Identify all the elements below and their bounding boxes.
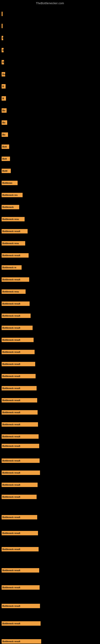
bar-item: Bottleneck resu xyxy=(1,241,25,246)
bar-item: Bottleneck result xyxy=(1,386,37,390)
bar-item: Bottleneck result xyxy=(1,374,36,378)
bar-row: Bottleneck resu xyxy=(1,290,26,294)
bar-item: Bottleneck result xyxy=(1,547,39,552)
bar-row: Bottleneck result xyxy=(1,362,35,366)
bar-row: Bottleneck res xyxy=(1,193,23,197)
bar-item: Bo xyxy=(1,72,5,76)
bar-item xyxy=(1,24,2,28)
bar-row: Bottleneck result xyxy=(1,531,38,535)
bar-row: Bottleneck result xyxy=(1,470,40,475)
bar-item: B xyxy=(1,48,3,52)
bar-row: Bottleneck result xyxy=(1,639,41,644)
bar-row: Bottleneck result xyxy=(1,314,31,318)
bar-row: Bottleneck result xyxy=(1,374,36,378)
bar-item: Bottleneck result xyxy=(1,422,38,427)
bar-item: Bottleneck result xyxy=(1,604,40,608)
bar-item: Bottleneck result xyxy=(1,326,33,330)
bar-row xyxy=(1,12,2,16)
bar-item: Bottleneck result xyxy=(1,458,40,463)
bar-row: Bottleneck result xyxy=(1,547,39,552)
bar-row: Bottleneck result xyxy=(1,621,41,626)
bar-row: Bottleneck result xyxy=(1,482,38,487)
bar-item: Bottleneck result xyxy=(1,470,40,475)
site-title: TheBottlenecker.com xyxy=(0,0,100,6)
bar-item: Bottleneck result xyxy=(1,434,39,439)
bar-row: Bottleneck result xyxy=(1,604,40,608)
bar-item: B xyxy=(1,60,4,64)
bar-row: Bottleneck result xyxy=(1,277,29,282)
bar-item: Bottleneck result xyxy=(1,338,34,342)
bar-row: Bottleneck result xyxy=(1,398,37,402)
bar-item: Bottleneck result xyxy=(1,410,38,414)
chart-container: BBBBoBBBoBoBoBottBottBottlBottlenecBottl… xyxy=(0,6,100,642)
bar-item: Bottleneck result xyxy=(1,515,37,520)
bar-item: Bottleneck result xyxy=(1,253,29,258)
bar-item: Bo xyxy=(1,120,7,125)
bar-item: Bottleneck result xyxy=(1,444,39,448)
bar-item xyxy=(1,12,2,16)
bar-item: B xyxy=(1,36,3,40)
bar-row: Bottleneck result xyxy=(1,350,35,354)
bar-item: Bottleneck result xyxy=(1,362,35,366)
bar-item: Bottleneck result xyxy=(1,531,38,535)
bar-item: Bott xyxy=(1,156,10,161)
bar-item: Bottleneck result xyxy=(1,302,30,306)
bar-row: B xyxy=(1,48,3,52)
bar-item: Bottleneck result xyxy=(1,621,41,626)
bar-item: B xyxy=(1,84,6,88)
bar-item: Bottleneck result xyxy=(1,568,39,572)
bar-item: Bottleneck result xyxy=(1,314,31,318)
bar-row: Bott xyxy=(1,144,9,149)
bar-row: Bottlenec xyxy=(1,181,18,185)
bar-row: Bottleneck result xyxy=(1,434,39,439)
bar-row: Bottleneck result xyxy=(1,458,40,463)
bar-row: Bottleneck xyxy=(1,205,19,209)
bar-row: Bott xyxy=(1,156,10,161)
bar-row: B xyxy=(1,96,6,100)
bar-item: Bott xyxy=(1,144,9,149)
bar-row: Bottleneck result xyxy=(1,568,39,572)
bar-item: Bottleneck result xyxy=(1,495,37,499)
bar-row: Bottleneck result xyxy=(1,444,39,448)
bar-item: Bottleneck result xyxy=(1,277,29,282)
bar-item: Bo xyxy=(1,108,7,113)
bar-row: Bottleneck result xyxy=(1,326,33,330)
bar-row: Bottleneck result xyxy=(1,515,37,520)
bar-row: Bottl xyxy=(1,169,11,173)
bar-row: B xyxy=(1,60,4,64)
bar-row: Bottleneck result xyxy=(1,585,40,590)
bar-row: Bottleneck result xyxy=(1,495,37,499)
bar-item: Bottleneck result xyxy=(1,639,41,644)
bar-item: Bottleneck resu xyxy=(1,217,25,222)
bar-item: Bottlenec xyxy=(1,181,18,185)
bar-item: Bottleneck result xyxy=(1,350,35,354)
bar-row: Bottleneck result xyxy=(1,302,30,306)
bar-row: Bottleneck result xyxy=(1,410,38,414)
bar-item: Bottleneck re xyxy=(1,265,22,270)
bar-row: B xyxy=(1,84,6,88)
bar-item: Bottleneck result xyxy=(1,398,37,402)
bar-item: Bottleneck result xyxy=(1,482,38,487)
bar-row: Bottleneck result xyxy=(1,253,29,258)
bar-row: Bottleneck resu xyxy=(1,241,25,246)
bar-row: Bottleneck result xyxy=(1,338,34,342)
bar-row xyxy=(1,24,2,28)
bar-row: Bo xyxy=(1,72,5,76)
bar-item: Bottleneck result xyxy=(1,229,28,234)
bar-row: Bo xyxy=(1,108,7,113)
bar-item: Bottl xyxy=(1,169,11,173)
bar-row: Bottleneck result xyxy=(1,422,38,427)
bar-item: B xyxy=(1,96,6,100)
bar-item: Bottleneck xyxy=(1,205,19,209)
bar-row: B xyxy=(1,36,3,40)
bar-row: Bottleneck re xyxy=(1,265,22,270)
bar-row: Bottleneck resu xyxy=(1,217,25,222)
bar-row: Bo xyxy=(1,132,8,137)
bar-item: Bottleneck resu xyxy=(1,290,26,294)
bar-row: Bo xyxy=(1,120,7,125)
bar-row: Bottleneck result xyxy=(1,229,28,234)
bar-row: Bottleneck result xyxy=(1,386,37,390)
bar-item: Bottleneck result xyxy=(1,585,40,590)
bar-item: Bottleneck res xyxy=(1,193,23,197)
bar-item: Bo xyxy=(1,132,8,137)
